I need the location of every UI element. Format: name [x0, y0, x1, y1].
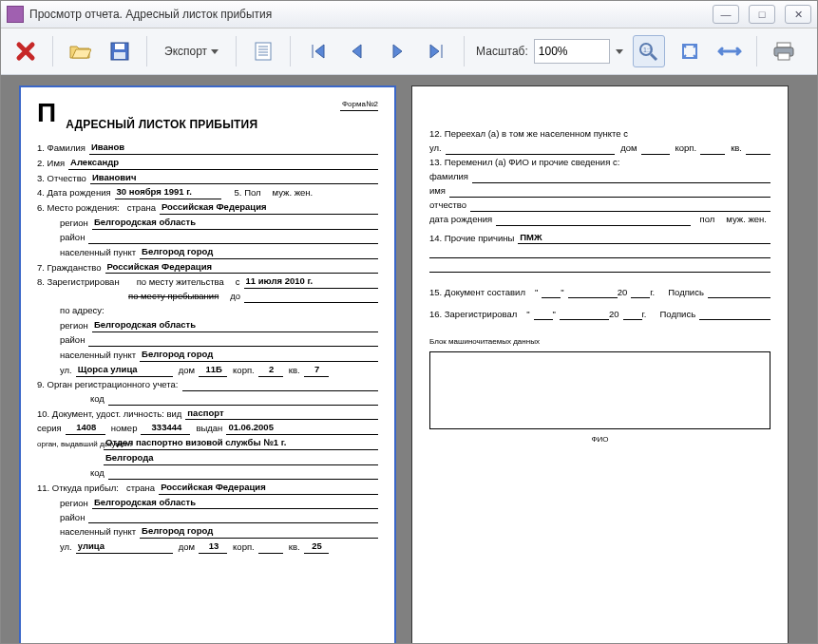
- quote: ": [526, 309, 529, 321]
- label: 16. Зарегистрировал: [429, 309, 517, 321]
- field-from-flat: 25: [304, 540, 329, 554]
- label: дом: [179, 541, 195, 554]
- separator: [236, 36, 237, 66]
- app-icon: [7, 6, 24, 23]
- doc-title: АДРЕСНЫЙ ЛИСТОК ПРИБЫТИЯ: [66, 117, 378, 132]
- svg-rect-14: [778, 53, 789, 60]
- chevron-down-icon: [211, 49, 219, 54]
- label: дом: [620, 142, 637, 155]
- label: код: [90, 393, 105, 406]
- first-page-icon[interactable]: [302, 36, 333, 66]
- field: [429, 246, 770, 258]
- field-issuer-2: Белгорода: [104, 452, 378, 465]
- page-setup-icon[interactable]: [248, 36, 278, 66]
- quote: ": [535, 287, 538, 299]
- label: отчество: [429, 199, 466, 212]
- label: орган, выдавший документ: [37, 440, 100, 450]
- zoom-actual-icon[interactable]: 1:1: [633, 35, 665, 67]
- label: 1. Фамилия: [37, 142, 86, 155]
- minimize-button[interactable]: —: [713, 5, 739, 24]
- last-page-icon[interactable]: [422, 36, 452, 66]
- field-from-korp: [258, 541, 283, 554]
- field: [641, 142, 670, 155]
- separator: [464, 36, 465, 66]
- label: 20: [609, 309, 619, 321]
- field: [446, 142, 615, 155]
- field: [534, 308, 553, 320]
- field-flat: 7: [304, 364, 329, 377]
- label: код: [90, 467, 105, 480]
- field: [623, 308, 642, 320]
- label: населенный пункт: [60, 247, 136, 259]
- field-doc-type: паспорт: [185, 407, 378, 421]
- open-icon[interactable]: [65, 36, 95, 66]
- label: Подпись: [668, 287, 704, 299]
- separator: [146, 36, 147, 66]
- label: муж. жен.: [726, 214, 767, 226]
- chevron-down-icon[interactable]: [616, 49, 623, 54]
- fit-width-icon[interactable]: [714, 36, 745, 66]
- label: кв.: [731, 142, 742, 155]
- label: 20: [618, 287, 628, 299]
- field-birth-country: Российская Федерация: [160, 201, 378, 215]
- field-surname: Иванов: [89, 142, 378, 155]
- window-title: Просмотр отчета. Адресный листок прибыти…: [29, 8, 703, 21]
- field: [244, 291, 378, 303]
- field-issuer-1: Отдел паспортно визовой службы №1 г.: [104, 437, 378, 450]
- close-window-button[interactable]: ✕: [785, 5, 811, 24]
- label: район: [60, 232, 85, 244]
- label: населенный пункт: [60, 350, 136, 362]
- label: страна: [127, 202, 156, 215]
- app-window: Просмотр отчета. Адресный листок прибыти…: [0, 0, 818, 644]
- label: дом: [179, 365, 195, 377]
- label: 2. Имя: [37, 158, 65, 170]
- next-page-icon[interactable]: [382, 36, 412, 66]
- maximize-button[interactable]: □: [749, 5, 775, 24]
- svg-rect-3: [256, 43, 271, 60]
- field-addr-region: Белгородская область: [92, 319, 378, 332]
- fio-label: ФИО: [429, 435, 770, 445]
- label: 12. Переехал (а) в том же населенном пун…: [429, 128, 628, 141]
- label: ул.: [60, 541, 72, 554]
- field: [88, 334, 378, 347]
- field-from-street: улица: [76, 540, 173, 554]
- label: район: [60, 512, 85, 524]
- form-number: Форма№2: [340, 100, 378, 111]
- label: по адресу:: [60, 305, 105, 317]
- label: корп.: [233, 365, 255, 377]
- field-street: Щорса улица: [76, 364, 173, 377]
- print-icon[interactable]: [769, 36, 799, 66]
- field: [700, 142, 725, 155]
- svg-rect-1: [115, 44, 124, 49]
- label: г.: [650, 287, 655, 299]
- prev-page-icon[interactable]: [342, 36, 372, 66]
- fit-page-icon[interactable]: [675, 36, 705, 66]
- label: регион: [60, 320, 88, 332]
- zoom-label: Масштаб:: [476, 45, 528, 58]
- field: [88, 511, 378, 523]
- svg-rect-12: [777, 43, 790, 47]
- label: фамилия: [429, 171, 468, 183]
- label: пол: [700, 214, 715, 226]
- separator: [52, 36, 53, 66]
- label-strikethrough: по месту пребывания: [128, 291, 219, 303]
- field: [746, 142, 770, 155]
- quote: ": [561, 287, 563, 299]
- label: 15. Документ составил: [429, 287, 525, 299]
- field: [472, 171, 770, 183]
- zoom-group: Масштаб:: [476, 39, 623, 64]
- label: имя: [429, 185, 446, 198]
- field: [449, 185, 770, 198]
- label: 11. Откуда прибыл:: [37, 483, 119, 495]
- export-dropdown[interactable]: Экспорт: [159, 41, 224, 62]
- label: до: [230, 291, 240, 303]
- field: [560, 308, 609, 320]
- close-icon[interactable]: [10, 36, 41, 66]
- save-icon[interactable]: [105, 36, 135, 66]
- field: [182, 379, 379, 391]
- label: 14. Прочие причины: [429, 233, 514, 245]
- label: 4. Дата рождения: [37, 187, 111, 199]
- zoom-input[interactable]: [534, 39, 610, 64]
- field-name: Александр: [68, 157, 378, 170]
- field-series: 1408: [66, 422, 105, 435]
